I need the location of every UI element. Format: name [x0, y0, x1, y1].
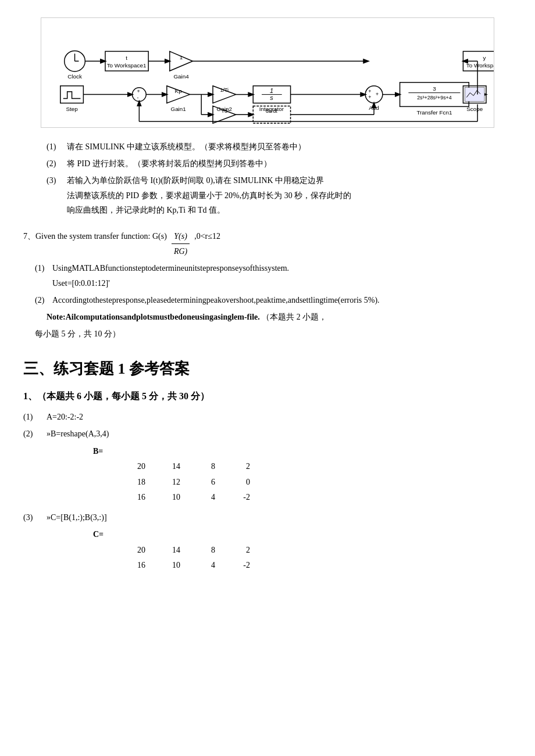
- svg-text:Step: Step: [66, 106, 78, 112]
- q3-text: 若输入为单位阶跃信号 I(t)(阶跃时间取 0),请在 SIMULINK 中用稳…: [67, 173, 512, 217]
- q7-sub1: (1) UsingMATLABfunctionsteptodetermineun…: [35, 261, 512, 290]
- svg-text:Derivative: Derivative: [259, 126, 284, 127]
- svg-text:To Workspace1: To Workspace1: [107, 62, 147, 69]
- matrix-cell: -2: [233, 490, 250, 506]
- svg-text:1/Ti: 1/Ti: [220, 87, 229, 93]
- question-3: (3) 若输入为单位阶跃信号 I(t)(阶跃时间取 0),请在 SIMULINK…: [47, 173, 512, 217]
- q7-score-note: 每小题 5 分，共 10 分）: [35, 327, 512, 341]
- q7-note: Note:Ailcomputationsandplotsmustbedoneus…: [47, 310, 512, 324]
- svg-rect-61: [465, 88, 484, 102]
- svg-text:Td: Td: [222, 108, 227, 114]
- answer1-item2: (2) »B=reshape(A,3,4): [23, 427, 512, 441]
- matrix-cell: 8: [198, 543, 215, 558]
- answer1-item1-text: A=20:-2:-2: [47, 410, 512, 424]
- q1-num: (1): [47, 139, 67, 154]
- svg-text:+: +: [368, 88, 371, 94]
- question-1: (1) 请在 SIMULINK 中建立该系统模型。（要求将模型拷贝至答卷中）: [47, 139, 512, 154]
- matrix-cell: 20: [128, 543, 145, 558]
- matrix-c-label: C=: [93, 527, 512, 543]
- q7-sub-questions: (1) UsingMATLABfunctionsteptodetermineun…: [35, 261, 512, 341]
- q7-sub2: (2) Accordingtothestepresponse,pleasedet…: [35, 293, 512, 307]
- svg-text:2s³+28s²+9s+4: 2s³+28s²+9s+4: [417, 95, 452, 101]
- questions-section: (1) 请在 SIMULINK 中建立该系统模型。（要求将模型拷贝至答卷中） (…: [47, 139, 512, 217]
- svg-text:du/dt: du/dt: [266, 108, 277, 114]
- matrix-row: 16104-2: [128, 558, 512, 574]
- matrix-row: 201482: [128, 459, 512, 475]
- q7-sub2-num: (2): [35, 293, 52, 307]
- matrix-row: 201482: [128, 543, 512, 558]
- svg-text:Gain1: Gain1: [170, 106, 186, 112]
- svg-text:Transfer Fcn1: Transfer Fcn1: [416, 109, 452, 116]
- matrix-cell: 18: [128, 475, 145, 490]
- svg-text:Kp: Kp: [175, 88, 183, 94]
- q7-header: 7、 Given the system transfer function: G…: [23, 229, 512, 259]
- question-2: (2) 将 PID 进行封装。（要求将封装后的模型拷贝到答卷中）: [47, 156, 512, 171]
- matrix-cell: 0: [233, 475, 250, 490]
- matrix-c-block: C= 20148216104-2: [70, 527, 512, 574]
- svg-text:1: 1: [270, 87, 273, 94]
- q1-text: 请在 SIMULINK 中建立该系统模型。（要求将模型拷贝至答卷中）: [67, 139, 512, 154]
- answer1-item3-num: (3): [23, 510, 47, 525]
- svg-text:s: s: [270, 94, 273, 101]
- q7-numerator: Y(s): [172, 229, 190, 244]
- svg-text:Clock: Clock: [67, 73, 82, 80]
- svg-text:+: +: [376, 91, 379, 97]
- matrix-cell: 6: [198, 475, 215, 490]
- matrix-cell: 20: [128, 459, 145, 475]
- matrix-cell: 2: [233, 459, 250, 475]
- q3-num: (3): [47, 173, 67, 217]
- q7-transfer-function: Y(s) RG): [172, 229, 190, 259]
- answer1-item1-num: (1): [23, 410, 47, 424]
- matrix-row: 181260: [128, 475, 512, 490]
- svg-text:Gain3: Gain3: [217, 126, 233, 127]
- answer1-item2-num: (2): [23, 427, 47, 441]
- answer-section: 1、（本题共 6 小题，每小题 5 分，共 30 分） (1) A=20:-2:…: [23, 390, 512, 574]
- matrix-row: 16104-2: [128, 490, 512, 506]
- matrix-cell: 14: [163, 459, 180, 475]
- matrix-cell: 10: [163, 558, 180, 574]
- q7-note-bold: Note:Ailcomputationsandplotsmustbedoneus…: [47, 313, 260, 321]
- answer1-item2-text: »B=reshape(A,3,4): [47, 427, 512, 441]
- q7-label: 7、: [23, 229, 35, 243]
- matrix-b-rows: 20148218126016104-2: [70, 459, 512, 506]
- q2-text: 将 PID 进行封装。（要求将封装后的模型拷贝到答卷中）: [67, 156, 512, 171]
- q7-sub1-content: UsingMATLABfunctionsteptodetermineunitst…: [52, 261, 289, 290]
- q7-sub1-num: (1): [35, 261, 52, 290]
- matrix-c-rows: 20148216104-2: [70, 543, 512, 574]
- matrix-cell: 10: [163, 490, 180, 506]
- svg-text:t: t: [126, 55, 127, 61]
- svg-text:y: y: [483, 55, 486, 61]
- svg-text:To Workspace: To Workspace: [466, 62, 494, 69]
- answer1-item1: (1) A=20:-2:-2: [23, 410, 512, 424]
- matrix-cell: 2: [233, 543, 250, 558]
- matrix-cell: -2: [233, 558, 250, 574]
- svg-text:Scope: Scope: [466, 106, 483, 112]
- answer1-item3: (3) »C=[B(1,:);B(3,:)]: [23, 510, 512, 525]
- diagram-container: Clock t To Workspace1 1 Gain4 Step +: [23, 17, 512, 128]
- q7-denominator: RG): [172, 244, 190, 259]
- simulink-diagram: Clock t To Workspace1 1 Gain4 Step +: [41, 17, 494, 128]
- matrix-cell: 14: [163, 543, 180, 558]
- matrix-cell: 16: [128, 558, 145, 574]
- svg-text:3: 3: [433, 85, 436, 92]
- matrix-cell: 12: [163, 475, 180, 490]
- svg-text:+: +: [368, 94, 371, 100]
- matrix-b-block: B= 20148218126016104-2: [70, 444, 512, 506]
- q7-intro: Given the system transfer function: G(s): [35, 229, 167, 243]
- svg-text:-: -: [137, 95, 138, 101]
- matrix-cell: 16: [128, 490, 145, 506]
- answer1-item3-text: »C=[B(1,:);B(3,:)]: [47, 510, 512, 525]
- q7-range: ,0<r≤12: [194, 229, 220, 243]
- section3-header: 三、练习套题 1 参考答案: [23, 359, 512, 379]
- matrix-b-label: B=: [93, 444, 512, 460]
- matrix-cell: 4: [198, 490, 215, 506]
- svg-text:1: 1: [180, 54, 183, 60]
- q7-note-chinese: （本题共 2 小题，: [262, 313, 327, 321]
- svg-text:+: +: [137, 88, 140, 94]
- svg-text:Gain4: Gain4: [173, 73, 189, 80]
- q7-sub2-content: Accordingtothestepresponse,pleasedetermi…: [52, 293, 380, 307]
- q7-section: 7、 Given the system transfer function: G…: [23, 229, 512, 341]
- answer1-title: 1、（本题共 6 小题，每小题 5 分，共 30 分）: [23, 390, 512, 403]
- q2-num: (2): [47, 156, 67, 171]
- matrix-cell: 4: [198, 558, 215, 574]
